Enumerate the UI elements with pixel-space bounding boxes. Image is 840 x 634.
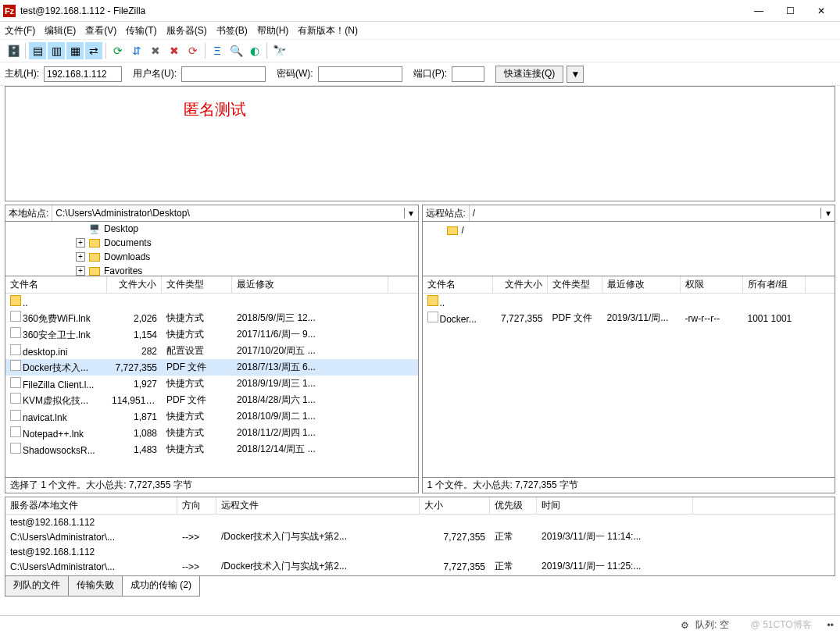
file-icon	[10, 443, 21, 454]
gear-icon[interactable]: ⚙	[681, 620, 689, 631]
toggle-local-tree-button[interactable]: ▥	[48, 42, 65, 59]
column-header[interactable]: 远程文件	[216, 497, 420, 514]
file-row[interactable]: KVM虚拟化技...114,951,5...PDF 文件2018/4/28/周六…	[5, 392, 418, 408]
column-header[interactable]: 文件名	[423, 276, 493, 293]
column-header[interactable]: 方向	[177, 497, 216, 514]
column-header[interactable]: 文件大小	[107, 276, 162, 293]
queue-row[interactable]: C:\Users\Administrator\...-->>/Docker技术入…	[5, 529, 835, 544]
column-header[interactable]: 文件名	[5, 276, 107, 293]
menu-item[interactable]: 书签(B)	[216, 24, 248, 37]
toggle-remote-tree-button[interactable]: ▦	[66, 42, 84, 59]
column-header[interactable]: 时间	[537, 497, 693, 514]
column-header[interactable]: 优先级	[490, 497, 537, 514]
menu-item[interactable]: 文件(F)	[5, 24, 35, 37]
cancel-button[interactable]: ✖	[147, 42, 164, 59]
file-row[interactable]: 360免费WiFi.lnk2,026快捷方式2018/5/9/周三 12...	[5, 310, 418, 326]
tree-node[interactable]: +Downloads	[5, 250, 418, 264]
file-row[interactable]: navicat.lnk1,871快捷方式2018/10/9/周二 1...	[5, 408, 418, 425]
search-button[interactable]: 🔍	[227, 42, 245, 59]
remote-site-bar: 远程站点: ▾	[422, 205, 836, 222]
status-bar: ⚙ 队列: 空 @ 51CTO博客 ••	[0, 615, 840, 634]
maximize-button[interactable]: ☐	[774, 0, 806, 22]
file-icon	[10, 327, 21, 338]
queue-row[interactable]: C:\Users\Administrator\...-->>/Docker技术入…	[5, 559, 835, 574]
column-header[interactable]: 服务器/本地文件	[5, 497, 177, 514]
local-path-dropdown[interactable]: ▾	[404, 208, 418, 219]
queue-status: 队列: 空	[695, 618, 729, 632]
menu-item[interactable]: 服务器(S)	[166, 24, 207, 37]
column-header[interactable]: 大小	[420, 497, 490, 514]
file-row[interactable]: FileZilla Client.l...1,927快捷方式2018/9/19/…	[5, 376, 418, 392]
local-pane: 本地站点: ▾ 🖥️Desktop+Documents+Downloads+Fa…	[5, 205, 419, 493]
file-row[interactable]: Notepad++.lnk1,088快捷方式2018/11/2/周四 1...	[5, 425, 418, 441]
remote-file-list[interactable]: 文件名文件大小文件类型最近修改权限所有者/组 ..Docker...7,727,…	[422, 276, 836, 478]
quick-connect-button[interactable]: 快速连接(Q)	[495, 66, 563, 83]
menu-item[interactable]: 帮助(H)	[257, 24, 289, 37]
remote-status: 1 个文件。大小总共: 7,727,355 字节	[422, 478, 836, 493]
remote-tree[interactable]: /	[422, 222, 836, 276]
compare-button[interactable]: ◐	[246, 42, 263, 59]
file-row[interactable]: ..	[5, 294, 418, 310]
column-header[interactable]: 最近修改	[602, 276, 681, 293]
disconnect-button[interactable]: ✖	[166, 42, 183, 59]
tree-node[interactable]: /	[423, 223, 835, 237]
window-title: test@192.168.1.112 - FileZilla	[20, 5, 743, 16]
process-queue-button[interactable]: ⇵	[128, 42, 145, 59]
username-input[interactable]	[181, 66, 266, 82]
username-label: 用户名(U):	[133, 67, 177, 80]
transfer-queue[interactable]: 服务器/本地文件方向远程文件大小优先级时间 test@192.168.1.112…	[5, 497, 835, 576]
tree-node[interactable]: 🖥️Desktop	[5, 222, 418, 236]
queue-row[interactable]: test@192.168.1.112	[5, 515, 835, 529]
queue-tab[interactable]: 传输失败	[68, 576, 123, 597]
column-header[interactable]: 所有者/组	[743, 276, 806, 293]
menu-item[interactable]: 编辑(E)	[45, 24, 76, 37]
queue-tab[interactable]: 列队的文件	[5, 576, 69, 597]
file-row[interactable]: ..	[423, 294, 835, 310]
toggle-queue-button[interactable]: ⇄	[85, 42, 102, 59]
menu-item[interactable]: 查看(V)	[85, 24, 116, 37]
queue-row[interactable]: test@192.168.1.112	[5, 544, 835, 559]
local-tree[interactable]: 🖥️Desktop+Documents+Downloads+Favorites	[5, 222, 419, 276]
tree-node[interactable]: +Documents	[5, 236, 418, 250]
binoculars-icon[interactable]: 🔭	[270, 42, 288, 59]
password-label: 密码(W):	[277, 67, 313, 80]
file-row[interactable]: desktop.ini282配置设置2017/10/20/周五 ...	[5, 343, 418, 359]
file-icon	[10, 295, 21, 306]
host-input[interactable]	[44, 66, 122, 82]
watermark: @ 51CTO博客	[751, 618, 812, 632]
port-input[interactable]	[452, 66, 484, 82]
menu-item[interactable]: 有新版本！(N)	[298, 24, 358, 37]
folder-icon	[88, 265, 101, 276]
column-header[interactable]: 权限	[681, 276, 743, 293]
minimize-button[interactable]: —	[743, 0, 774, 22]
file-row[interactable]: Docker...7,727,355PDF 文件2019/3/11/周...-r…	[423, 310, 835, 326]
file-row[interactable]: 360安全卫士.lnk1,154快捷方式2017/11/6/周一 9...	[5, 326, 418, 343]
queue-tabs: 列队的文件传输失败成功的传输 (2)	[5, 576, 835, 597]
port-label: 端口(P):	[413, 67, 447, 80]
file-row[interactable]: ShadowsocksR...1,483快捷方式2018/12/14/周五 ..…	[5, 441, 418, 458]
file-row[interactable]: Docker技术入...7,727,355PDF 文件2018/7/13/周五 …	[5, 359, 418, 376]
remote-path-dropdown[interactable]: ▾	[820, 208, 835, 219]
reconnect-button[interactable]: ⟳	[184, 42, 202, 59]
remote-path-input[interactable]	[469, 205, 820, 221]
password-input[interactable]	[318, 66, 402, 82]
close-button[interactable]: ✕	[806, 0, 837, 22]
tree-node[interactable]: +Favorites	[5, 264, 418, 276]
file-icon	[10, 311, 21, 322]
menu-item[interactable]: 传输(T)	[126, 24, 156, 37]
refresh-button[interactable]: ⟳	[109, 42, 127, 59]
queue-tab[interactable]: 成功的传输 (2)	[122, 576, 200, 597]
app-icon: Fz	[3, 5, 16, 17]
menu-bar: 文件(F)编辑(E)查看(V)传输(T)服务器(S)书签(B)帮助(H)有新版本…	[0, 22, 840, 39]
column-header[interactable]: 文件类型	[548, 276, 602, 293]
local-status: 选择了 1 个文件。大小总共: 7,727,355 字节	[5, 478, 419, 493]
filter-button[interactable]: Ξ	[209, 42, 226, 59]
column-header[interactable]: 文件大小	[493, 276, 548, 293]
toggle-log-button[interactable]: ▤	[29, 42, 46, 59]
quick-connect-dropdown[interactable]: ▼	[567, 66, 584, 83]
site-manager-button[interactable]: 🗄️	[5, 42, 22, 59]
local-file-list[interactable]: 文件名文件大小文件类型最近修改 ..360免费WiFi.lnk2,026快捷方式…	[5, 276, 419, 478]
column-header[interactable]: 最近修改	[232, 276, 388, 293]
local-path-input[interactable]	[52, 205, 403, 221]
column-header[interactable]: 文件类型	[162, 276, 232, 293]
